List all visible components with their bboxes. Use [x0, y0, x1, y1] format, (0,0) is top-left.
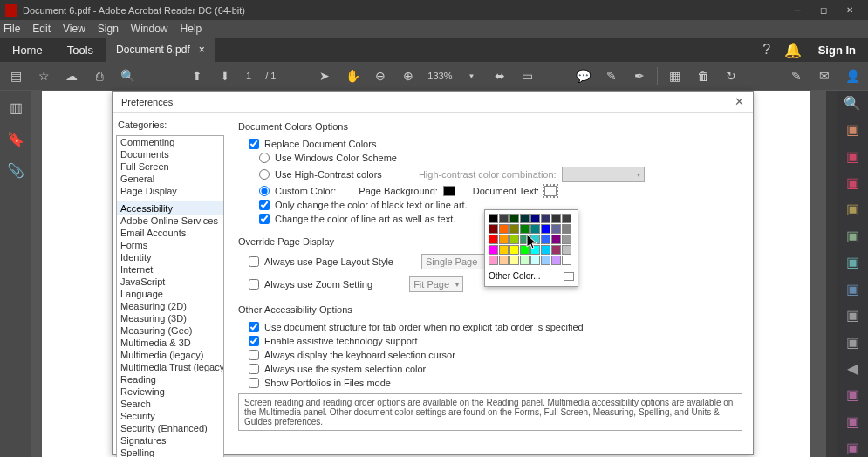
color-cell[interactable] — [530, 235, 540, 244]
always-zoom-checkbox[interactable] — [249, 279, 259, 290]
fill-sign-icon[interactable]: ▣ — [843, 386, 862, 404]
color-cell[interactable] — [562, 235, 571, 244]
close-button[interactable]: ✕ — [837, 0, 863, 20]
color-cell[interactable] — [562, 256, 571, 265]
color-cell[interactable] — [520, 245, 530, 255]
category-item[interactable]: Internet — [117, 263, 223, 276]
comment-tool-icon[interactable]: ▣ — [843, 201, 862, 218]
zoom-out-icon[interactable]: ⊖ — [370, 65, 391, 86]
color-cell[interactable] — [530, 224, 540, 234]
always-layout-checkbox[interactable] — [249, 256, 259, 267]
category-item[interactable]: Signatures — [117, 434, 223, 447]
sign-icon[interactable]: ✒ — [629, 65, 650, 86]
color-cell[interactable] — [499, 245, 509, 255]
color-cell[interactable] — [541, 235, 550, 244]
category-item[interactable]: JavaScript — [117, 276, 223, 288]
category-item[interactable]: Security — [117, 410, 223, 422]
zoom-in-icon[interactable]: ⊕ — [398, 65, 419, 86]
category-item[interactable]: Email Accounts — [117, 227, 223, 239]
menu-help[interactable]: Help — [181, 23, 202, 35]
category-item[interactable]: Measuring (3D) — [117, 312, 223, 324]
page-up-icon[interactable]: ⬆ — [187, 65, 208, 86]
use-structure-checkbox[interactable] — [249, 322, 259, 332]
color-cell[interactable] — [520, 235, 530, 244]
color-cell[interactable] — [489, 214, 498, 223]
read-mode-icon[interactable]: ▭ — [517, 65, 538, 86]
color-cell[interactable] — [489, 235, 498, 244]
color-cell[interactable] — [541, 245, 550, 255]
color-cell[interactable] — [489, 224, 498, 234]
highlight-icon[interactable]: ✎ — [601, 65, 622, 86]
profile-icon[interactable]: 👤 — [842, 65, 863, 86]
bookmark-icon[interactable]: 🔖 — [6, 129, 25, 148]
document-tab[interactable]: Document 6.pdf × — [106, 38, 215, 62]
category-item[interactable]: Documents — [117, 148, 223, 160]
doc-text-swatch[interactable] — [544, 186, 557, 196]
dialog-close-icon[interactable]: ✕ — [735, 95, 744, 108]
maximize-button[interactable]: ◻ — [810, 0, 837, 20]
color-cell[interactable] — [551, 235, 561, 244]
mail-icon[interactable]: ✉ — [814, 65, 835, 86]
portfolios-checkbox[interactable] — [249, 378, 259, 388]
category-item[interactable]: Spelling — [117, 447, 223, 457]
rotate-icon[interactable]: ↻ — [721, 65, 742, 86]
color-cell[interactable] — [489, 245, 498, 255]
menu-window[interactable]: Window — [131, 23, 168, 35]
search-all-icon[interactable]: 🔍 — [843, 94, 862, 112]
category-item[interactable]: Measuring (2D) — [117, 300, 223, 312]
color-cell[interactable] — [520, 256, 530, 265]
color-cell[interactable] — [562, 224, 571, 234]
keyboard-cursor-checkbox[interactable] — [249, 350, 259, 360]
category-item[interactable]: Multimedia & 3D — [117, 337, 223, 349]
color-cell[interactable] — [530, 245, 540, 255]
menu-file[interactable]: File — [3, 23, 20, 35]
change-line-art-checkbox[interactable] — [259, 214, 270, 224]
edit-icon[interactable]: ✎ — [786, 65, 807, 86]
custom-color-radio[interactable] — [259, 186, 270, 196]
color-cell[interactable] — [541, 256, 550, 265]
enable-assistive-checkbox[interactable] — [249, 336, 259, 346]
system-cursor-checkbox[interactable] — [249, 364, 259, 374]
category-item-accessibility[interactable]: Accessibility — [117, 201, 223, 215]
category-item[interactable]: Identity — [117, 251, 223, 263]
export-pdf-icon[interactable]: ▣ — [843, 120, 862, 138]
category-item[interactable]: General — [117, 173, 223, 185]
sidebar-toggle-icon[interactable]: ▤ — [5, 65, 26, 86]
category-item[interactable]: Measuring (Geo) — [117, 324, 223, 337]
zoom-value[interactable]: 133% — [427, 71, 452, 81]
star-icon[interactable]: ☆ — [33, 65, 54, 86]
tools-tab[interactable]: Tools — [55, 38, 106, 62]
color-cell[interactable] — [530, 214, 540, 223]
help-icon[interactable]: ? — [754, 38, 780, 62]
select-icon[interactable]: ➤ — [314, 65, 335, 86]
color-cell[interactable] — [489, 256, 498, 265]
menu-sign[interactable]: Sign — [98, 23, 119, 35]
category-item[interactable]: Forms — [117, 239, 223, 251]
zoom-dropdown-icon[interactable]: ▼ — [461, 65, 482, 86]
color-cell[interactable] — [509, 214, 519, 223]
page-down-icon[interactable]: ⬇ — [215, 65, 236, 86]
color-cell[interactable] — [562, 214, 571, 223]
category-item[interactable]: Security (Enhanced) — [117, 422, 223, 434]
color-cell[interactable] — [499, 235, 509, 244]
bell-icon[interactable]: 🔔 — [780, 38, 806, 62]
only-black-checkbox[interactable] — [259, 200, 270, 210]
windows-scheme-radio[interactable] — [259, 153, 270, 163]
cloud-icon[interactable]: ☁ — [61, 65, 82, 86]
protect-icon[interactable]: ▣ — [843, 333, 862, 351]
color-cell[interactable] — [520, 214, 530, 223]
color-cell[interactable] — [551, 224, 561, 234]
organize-icon[interactable]: ▣ — [843, 254, 862, 271]
color-cell[interactable] — [551, 256, 561, 265]
category-item[interactable]: Multimedia (legacy) — [117, 349, 223, 361]
color-cell[interactable] — [520, 224, 530, 234]
search-find-icon[interactable]: 🔍 — [117, 65, 138, 86]
attachment-icon[interactable]: 📎 — [6, 160, 25, 180]
color-cell[interactable] — [509, 224, 519, 234]
hand-icon[interactable]: ✋ — [342, 65, 363, 86]
more-tools-icon[interactable]: ▣ — [843, 439, 862, 456]
color-cell[interactable] — [530, 256, 540, 265]
redact-icon[interactable]: ▣ — [843, 306, 862, 324]
other-color-button[interactable]: Other Color... — [489, 271, 540, 281]
stamp-icon[interactable]: ▦ — [665, 65, 686, 86]
